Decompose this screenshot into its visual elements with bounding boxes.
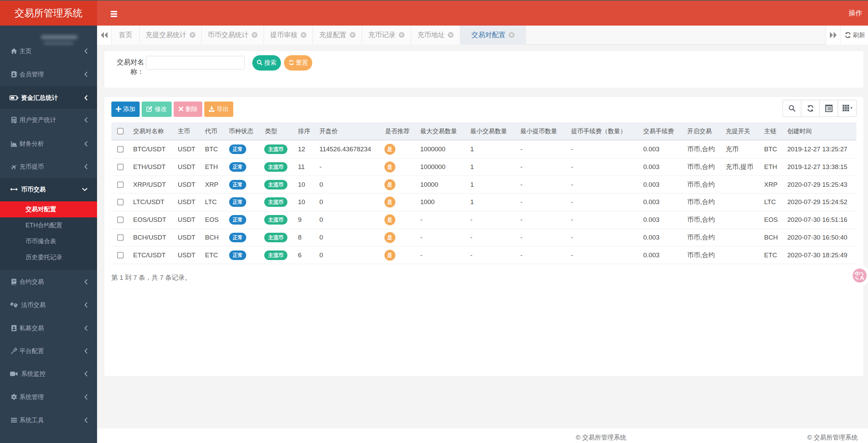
svg-text:A: A: [860, 275, 864, 281]
svg-text:中: 中: [855, 271, 860, 277]
